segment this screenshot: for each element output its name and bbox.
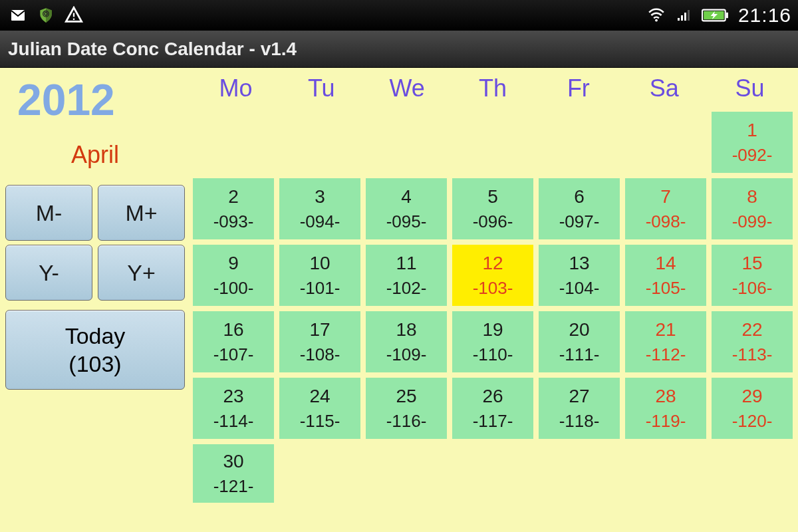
calendar-row: 23-114-24-115-25-116-26-117-27-118-28-11… — [193, 378, 793, 439]
app-title-bar: Julian Date Conc Calendar - v1.4 — [0, 31, 798, 68]
calendar-cell-empty — [712, 444, 793, 503]
calendar-cell[interactable]: 4-095- — [366, 178, 447, 239]
julian-day: -100- — [213, 278, 254, 299]
svg-point-5 — [655, 19, 658, 22]
calendar-cell[interactable]: 21-112- — [625, 311, 706, 372]
day-number: 11 — [396, 253, 416, 274]
year-label: 2012 — [17, 74, 185, 125]
day-number: 21 — [655, 319, 676, 340]
calendar-cell[interactable]: 6-097- — [539, 178, 620, 239]
calendar-cell[interactable]: 24-115- — [279, 378, 360, 439]
julian-day: -103- — [473, 278, 513, 299]
battery-icon — [701, 6, 730, 25]
year-prev-button[interactable]: Y- — [5, 245, 92, 301]
calendar-cell[interactable]: 13-104- — [539, 245, 620, 306]
month-label: April — [5, 141, 185, 169]
calendar-cell[interactable]: 26-117- — [452, 378, 533, 439]
julian-day: -105- — [646, 278, 686, 299]
calendar-cell[interactable]: 25-116- — [366, 378, 447, 439]
weekday-header: Tu — [279, 68, 364, 112]
calendar-cell[interactable]: 15-106- — [712, 245, 793, 306]
svg-rect-8 — [684, 13, 686, 21]
svg-rect-3 — [73, 13, 74, 17]
calendar-row: 1-092- — [193, 112, 793, 173]
warning-icon — [63, 6, 85, 25]
julian-day: -097- — [559, 211, 600, 232]
julian-day: -120- — [732, 411, 773, 432]
today-button[interactable]: Today (103) — [5, 310, 185, 390]
calendar-cell[interactable]: 8-099- — [712, 178, 793, 239]
julian-day: -112- — [646, 344, 686, 365]
calendar-cell-empty — [452, 444, 533, 503]
calendar-row: 30-121- — [193, 444, 793, 503]
julian-day: -110- — [473, 344, 513, 365]
calendar-cell[interactable]: 10-101- — [279, 245, 360, 306]
day-number: 13 — [569, 253, 589, 274]
day-number: 18 — [396, 319, 416, 340]
calendar-cell[interactable]: 7-098- — [625, 178, 706, 239]
month-prev-button[interactable]: M- — [5, 185, 92, 241]
calendar-cell[interactable]: 22-113- — [712, 311, 793, 372]
day-number: 1 — [747, 120, 757, 141]
calendar-cell[interactable]: 30-121- — [193, 444, 274, 503]
day-number: 27 — [569, 386, 589, 407]
calendar-cell[interactable]: 27-118- — [539, 378, 620, 439]
julian-day: -121- — [213, 476, 254, 497]
calendar: MoTuWeThFrSaSu 1-092-2-093-3-094-4-095-5… — [193, 68, 798, 532]
app-title: Julian Date Conc Calendar - v1.4 — [8, 39, 297, 60]
status-bar: 21:16 — [0, 0, 798, 31]
calendar-cell[interactable]: 9-100- — [193, 245, 274, 306]
month-next-button[interactable]: M+ — [98, 185, 185, 241]
wifi-icon — [645, 6, 668, 25]
day-number: 6 — [574, 186, 585, 207]
main-content: 2012 April M- M+ Y- Y+ Today (103) MoTuW… — [0, 68, 798, 532]
day-number: 5 — [487, 186, 498, 207]
day-number: 10 — [309, 253, 330, 274]
calendar-cell[interactable]: 23-114- — [193, 378, 274, 439]
calendar-cell[interactable]: 14-105- — [625, 245, 706, 306]
calendar-cell-empty — [539, 112, 620, 173]
calendar-cell[interactable]: 29-120- — [712, 378, 793, 439]
calendar-cell[interactable]: 1-092- — [712, 112, 793, 173]
calendar-cell[interactable]: 18-109- — [366, 311, 447, 372]
calendar-cell-empty — [625, 112, 706, 173]
day-number: 29 — [741, 386, 762, 407]
calendar-cell-empty — [279, 444, 360, 503]
calendar-cell[interactable]: 5-096- — [452, 178, 533, 239]
day-number: 4 — [401, 186, 412, 207]
mail-icon — [7, 6, 29, 25]
julian-day: -098- — [646, 211, 686, 232]
calendar-cell[interactable]: 28-119- — [625, 378, 706, 439]
calendar-cell[interactable]: 3-094- — [279, 178, 360, 239]
calendar-cell[interactable]: 17-108- — [279, 311, 360, 372]
calendar-cell[interactable]: 16-107- — [193, 311, 274, 372]
svg-rect-4 — [73, 19, 74, 20]
day-number: 17 — [309, 319, 330, 340]
julian-day: -096- — [473, 211, 513, 232]
calendar-cell-empty — [193, 112, 274, 173]
julian-day: -104- — [559, 278, 600, 299]
calendar-row: 2-093-3-094-4-095-5-096-6-097-7-098-8-09… — [193, 178, 793, 239]
calendar-cell-empty — [452, 112, 533, 173]
weekday-header: Sa — [621, 68, 707, 112]
julian-day: -108- — [300, 344, 340, 365]
calendar-row: 9-100-10-101-11-102-12-103-13-104-14-105… — [193, 245, 793, 306]
day-number: 14 — [655, 253, 676, 274]
weekday-header-row: MoTuWeThFrSaSu — [193, 68, 793, 112]
julian-day: -113- — [732, 344, 773, 365]
sidebar: 2012 April M- M+ Y- Y+ Today (103) — [0, 68, 193, 532]
day-number: 26 — [482, 386, 503, 407]
calendar-cell[interactable]: 20-111- — [539, 311, 620, 372]
svg-rect-9 — [688, 10, 690, 21]
calendar-cell[interactable]: 12-103- — [452, 245, 533, 306]
julian-day: -092- — [732, 145, 773, 166]
weekday-header: Fr — [535, 68, 621, 112]
day-number: 25 — [396, 386, 416, 407]
day-number: 22 — [741, 319, 762, 340]
calendar-cell[interactable]: 19-110- — [452, 311, 533, 372]
calendar-grid: 1-092-2-093-3-094-4-095-5-096-6-097-7-09… — [193, 112, 793, 503]
calendar-cell[interactable]: 2-093- — [193, 178, 274, 239]
weekday-header: Mo — [193, 68, 279, 112]
year-next-button[interactable]: Y+ — [98, 245, 185, 301]
calendar-cell[interactable]: 11-102- — [366, 245, 447, 306]
